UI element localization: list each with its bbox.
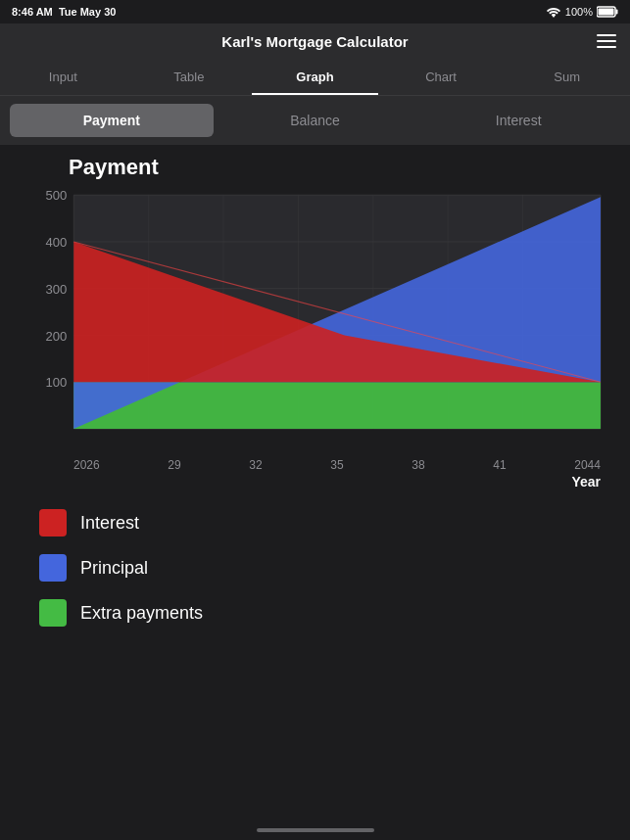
- svg-text:400: 400: [45, 235, 67, 250]
- legend-item-extra: Extra payments: [39, 599, 610, 627]
- x-label-38: 38: [412, 458, 424, 472]
- principal-label: Principal: [80, 558, 148, 579]
- title-bar: Karl's Mortgage Calculator: [0, 23, 630, 59]
- x-label-41: 41: [493, 458, 506, 472]
- svg-text:500: 500: [45, 190, 67, 203]
- battery-icon: [597, 6, 618, 18]
- tab-sum[interactable]: Sum: [504, 59, 630, 95]
- subtab-balance[interactable]: Balance: [214, 104, 417, 137]
- svg-rect-2: [599, 9, 614, 16]
- subtab-payment[interactable]: Payment: [10, 104, 214, 137]
- chart-title: Payment: [20, 155, 610, 180]
- interest-label: Interest: [80, 513, 139, 534]
- subtab-interest[interactable]: Interest: [416, 104, 620, 137]
- svg-text:200: 200: [45, 328, 67, 343]
- app-title: Karl's Mortgage Calculator: [221, 33, 408, 50]
- tab-graph[interactable]: Graph: [252, 59, 378, 95]
- svg-text:100: 100: [45, 375, 67, 390]
- interest-swatch: [39, 509, 67, 537]
- sub-tabs: Payment Balance Interest: [0, 96, 630, 145]
- x-label-35: 35: [330, 458, 343, 472]
- x-label-29: 29: [168, 458, 180, 472]
- hamburger-button[interactable]: [597, 34, 616, 48]
- battery-label: 100%: [565, 6, 593, 18]
- main-content: Payment 500 400 300 200: [0, 145, 630, 627]
- x-axis-labels: 2026 29 32 35 38 41 2044: [20, 458, 610, 472]
- svg-rect-1: [616, 10, 618, 15]
- x-label-2026: 2026: [73, 458, 100, 472]
- legend-item-principal: Principal: [39, 554, 610, 582]
- tab-chart[interactable]: Chart: [378, 59, 505, 95]
- payment-chart: 500 400 300 200 100: [20, 190, 610, 454]
- wifi-icon: [546, 6, 561, 18]
- nav-tabs: Input Table Graph Chart Sum: [0, 59, 630, 96]
- x-label-2044: 2044: [574, 458, 601, 472]
- x-axis-unit: Year: [20, 474, 610, 490]
- tab-table[interactable]: Table: [126, 59, 253, 95]
- x-label-32: 32: [249, 458, 262, 472]
- chart-container: 500 400 300 200 100: [20, 190, 610, 454]
- principal-swatch: [39, 554, 67, 582]
- legend-item-interest: Interest: [39, 509, 610, 537]
- status-time: 8:46 AM Tue May 30: [12, 6, 116, 18]
- status-bar: 8:46 AM Tue May 30 100%: [0, 0, 630, 23]
- status-indicators: 100%: [546, 6, 618, 18]
- scroll-indicator: [257, 828, 374, 832]
- extra-label: Extra payments: [80, 603, 203, 624]
- svg-text:300: 300: [45, 282, 67, 297]
- legend: Interest Principal Extra payments: [20, 509, 610, 627]
- tab-input[interactable]: Input: [0, 59, 126, 95]
- extra-swatch: [39, 599, 67, 627]
